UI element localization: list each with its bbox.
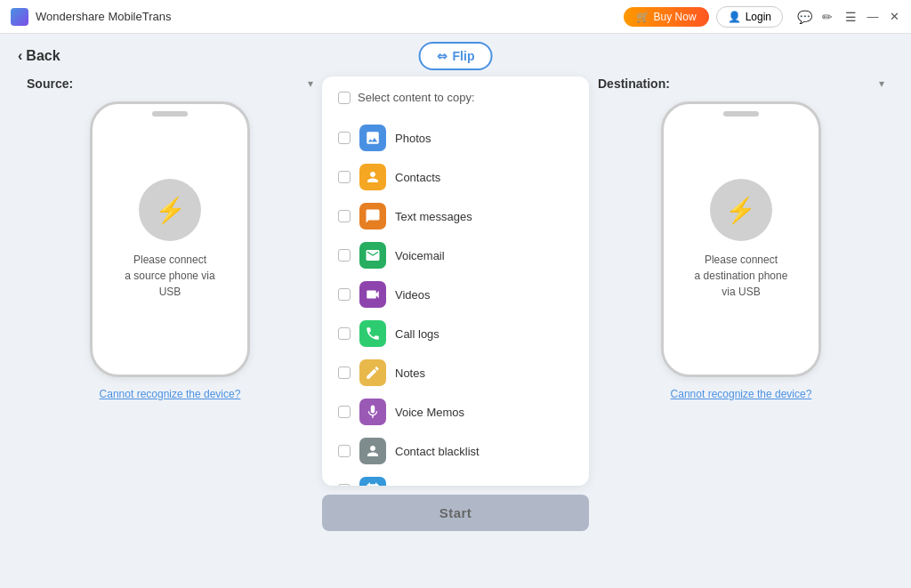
source-usb-icon: ⚡ — [155, 196, 186, 225]
destination-header: Destination: ▾ — [589, 77, 893, 91]
flip-button[interactable]: ⇔ Flip — [419, 42, 493, 70]
destination-phone-inner: ⚡ Please connect a destination phone via… — [695, 179, 788, 300]
source-phone-inner: ⚡ Please connect a source phone via USB — [125, 179, 214, 300]
buy-now-button[interactable]: 🛒 Buy Now — [624, 7, 709, 27]
contact-blacklist-icon — [359, 438, 386, 464]
list-item: Contacts — [338, 157, 573, 197]
notes-label: Notes — [395, 366, 425, 380]
source-chevron-icon[interactable]: ▾ — [308, 77, 313, 90]
list-item: Voice Memos — [338, 392, 573, 431]
destination-label: Destination: — [598, 77, 670, 91]
call-logs-icon — [359, 320, 386, 347]
titlebar-actions: 🛒 Buy Now 👤 Login 💬 ✏ ☰ — ✕ — [624, 6, 900, 28]
source-usb-circle: ⚡ — [139, 179, 201, 241]
photos-label: Photos — [395, 132, 431, 145]
back-button[interactable]: ‹ Back — [18, 48, 60, 64]
videos-label: Videos — [395, 288, 431, 302]
back-chevron-icon: ‹ — [18, 48, 22, 64]
videos-icon — [359, 281, 386, 308]
voicemail-label: Voicemail — [395, 249, 445, 262]
list-item: Contact blacklist — [338, 431, 573, 471]
destination-phone-notch — [723, 111, 759, 117]
source-phone-text: Please connect a source phone via USB — [125, 252, 214, 300]
minimize-button[interactable]: — — [867, 11, 879, 23]
main-content: ‹ Back ⇔ Flip Source: ▾ ⚡ Please c — [0, 34, 911, 588]
center-panel: Select content to copy: Photos C — [322, 77, 589, 531]
source-label: Source: — [27, 77, 73, 91]
source-device-link[interactable]: Cannot recognize the device? — [100, 388, 241, 400]
source-phone-notch — [152, 111, 188, 117]
menu-icon[interactable]: ☰ — [843, 10, 858, 24]
calendar-label: Calendar — [395, 484, 442, 487]
destination-phone-frame: ⚡ Please connect a destination phone via… — [661, 101, 821, 377]
voice-memos-label: Voice Memos — [395, 406, 464, 419]
notes-icon — [359, 359, 386, 386]
contacts-checkbox[interactable] — [338, 171, 351, 183]
source-panel: Source: ▾ ⚡ Please connect a source phon… — [18, 77, 322, 400]
list-item: Voicemail — [338, 236, 573, 275]
list-item: Call logs — [338, 314, 573, 353]
calendar-checkbox[interactable] — [338, 484, 351, 486]
edit-icon[interactable]: ✏ — [820, 10, 834, 24]
contacts-label: Contacts — [395, 171, 440, 184]
cart-icon: 🛒 — [636, 11, 649, 23]
destination-usb-icon: ⚡ — [725, 196, 756, 225]
contacts-icon — [359, 164, 386, 190]
voice-memos-checkbox[interactable] — [338, 406, 351, 418]
notes-checkbox[interactable] — [338, 366, 351, 379]
source-phone-frame: ⚡ Please connect a source phone via USB — [90, 101, 250, 377]
app-logo — [11, 8, 28, 26]
call-logs-checkbox[interactable] — [338, 327, 351, 340]
list-item: Notes — [338, 353, 573, 392]
destination-chevron-icon[interactable]: ▾ — [879, 77, 884, 90]
list-item: Text messages — [338, 197, 573, 236]
content-area: Source: ▾ ⚡ Please connect a source phon… — [18, 77, 893, 574]
list-item: Calendar — [338, 471, 573, 486]
close-button[interactable]: ✕ — [888, 11, 900, 23]
list-item: Photos — [338, 118, 573, 157]
destination-phone-text: Please connect a destination phone via U… — [695, 252, 788, 300]
login-button[interactable]: 👤 Login — [716, 6, 783, 28]
calendar-icon — [359, 477, 386, 486]
text-messages-label: Text messages — [395, 210, 472, 223]
contact-blacklist-label: Contact blacklist — [395, 445, 480, 458]
contact-blacklist-checkbox[interactable] — [338, 445, 351, 457]
voicemail-icon — [359, 242, 386, 269]
photos-checkbox[interactable] — [338, 132, 351, 144]
source-header: Source: ▾ — [18, 77, 322, 91]
destination-usb-circle: ⚡ — [710, 179, 772, 241]
videos-checkbox[interactable] — [338, 288, 351, 301]
checklist-card: Select content to copy: Photos C — [322, 77, 589, 486]
voicemail-checkbox[interactable] — [338, 249, 351, 262]
user-icon: 👤 — [728, 11, 741, 23]
destination-panel: Destination: ▾ ⚡ Please connect a destin… — [589, 77, 893, 400]
select-all-label: Select content to copy: — [358, 91, 475, 104]
text-messages-checkbox[interactable] — [338, 210, 351, 222]
flip-icon: ⇔ — [437, 49, 447, 63]
chat-icon[interactable]: 💬 — [797, 10, 811, 24]
call-logs-label: Call logs — [395, 327, 439, 341]
list-item: Videos — [338, 275, 573, 314]
text-messages-icon — [359, 203, 386, 230]
destination-device-link[interactable]: Cannot recognize the device? — [671, 388, 812, 400]
titlebar: Wondershare MobileTrans 🛒 Buy Now 👤 Logi… — [0, 0, 911, 34]
start-button[interactable]: Start — [322, 495, 589, 531]
photos-icon — [359, 125, 386, 151]
select-all-row: Select content to copy: — [338, 91, 573, 109]
voice-memos-icon — [359, 399, 386, 425]
window-icons: 💬 ✏ ☰ — ✕ — [797, 10, 900, 24]
topbar: ‹ Back ⇔ Flip — [18, 48, 893, 64]
app-name: Wondershare MobileTrans — [36, 10, 624, 23]
select-all-checkbox[interactable] — [338, 92, 351, 104]
